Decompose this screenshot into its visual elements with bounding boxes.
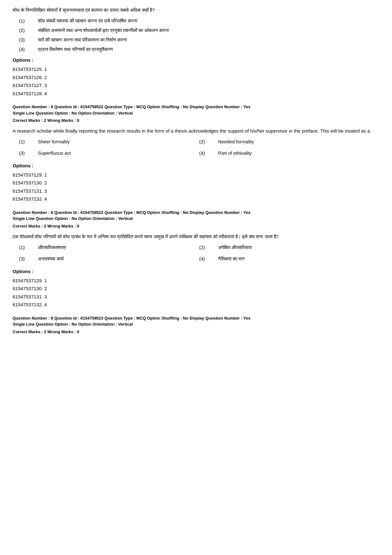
option-text: औपचारिकतामात्र (38, 244, 66, 251)
marks-info: Correct Marks : 2 Wrong Marks : 0 (13, 223, 379, 230)
q8-english-section: Question Number : 8 Question Id : 615475… (13, 104, 379, 203)
q8-hindi-options: (1) औपचारिकतामात्र (2) अपेक्षित औपचारिकत… (19, 244, 379, 265)
option-num: (2) (199, 244, 218, 251)
list-item: (3) अनावश्यक कार्य (19, 255, 199, 263)
q9-marks-info: Correct Marks : 2 Wrong Marks : 0 (13, 329, 379, 335)
option-text: अनावश्यक कार्य (38, 255, 64, 263)
option-id-list: 61547537125. 1 61547537126. 2 6154753712… (13, 65, 379, 97)
q9-meta-line1: Question Number : 9 Question Id : 615475… (13, 315, 379, 327)
q8-hindi-section: Question Number : 8 Question Id : 615475… (13, 209, 379, 309)
options-label: Options : (13, 56, 379, 64)
list-item: 61547537131. 3 (13, 187, 379, 195)
list-item: 61547537128. 4 (13, 90, 379, 98)
option-text: Part of ethicality (218, 149, 252, 157)
option-num: (4) (19, 46, 38, 53)
option-num: (1) (19, 244, 38, 251)
question-meta-line1: Question Number : 8 Question Id : 615475… (13, 209, 379, 222)
option-num: (4) (199, 149, 218, 157)
option-text: Sheer formality (38, 138, 70, 146)
option-text: Superfluous act (38, 149, 71, 157)
option-num: (4) (199, 255, 218, 263)
list-item: 61547537125. 1 (13, 65, 379, 73)
option-text: नैतिकता का भाग (218, 255, 245, 263)
options-label: Options : (13, 268, 379, 275)
question-meta-line1: Question Number : 8 Question Id : 615475… (13, 104, 379, 116)
option-text: Needed formality (218, 138, 254, 146)
list-item: 61547537132. 4 (13, 195, 379, 203)
q9-meta-section: Question Number : 9 Question Id : 615475… (13, 315, 379, 335)
prev-question-text: शोध के निम्नलिखित सोपानों में सृजनात्मकत… (13, 6, 379, 14)
list-item: 61547537132. 4 (13, 301, 379, 309)
q8-english-options: (1) Sheer formality (2) Needed formality… (19, 138, 379, 159)
option-num: (1) (19, 138, 38, 146)
option-num: (1) (19, 17, 38, 25)
list-item: 61547537131. 3 (13, 293, 379, 301)
options-grid: (1) Sheer formality (2) Needed formality… (19, 138, 379, 159)
list-item: 61547537127. 3 (13, 81, 379, 90)
q8-hindi-text: एक शोधकर्ता शोध परिणामों को शोध प्रबंध क… (13, 233, 379, 240)
option-id-list: 61547537129. 1 61547537130. 2 6154753713… (13, 171, 379, 203)
option-id-list: 61547537129. 1 61547537130. 2 6154753713… (13, 277, 379, 309)
q8-english-text: A research scholar while finally reporti… (13, 127, 379, 135)
option-num: (3) (19, 255, 38, 263)
list-item: (3) चरों की पहचान करना तथा परिकल्पना का … (19, 36, 379, 44)
options-label: Options : (13, 162, 379, 170)
option-text: शोध संबंधी समस्या की पहचान करना एंव उसे … (38, 17, 137, 25)
list-item: 61547537129. 1 (13, 277, 379, 285)
list-item: 61547537129. 1 (13, 171, 379, 179)
options-grid: (1) औपचारिकतामात्र (2) अपेक्षित औपचारिकत… (19, 244, 379, 265)
option-num: (2) (19, 27, 38, 34)
option-text: प्रदत्त विश्लेषण तथा परिणामों का प्रस्तु… (38, 46, 113, 53)
option-num: (3) (19, 149, 38, 157)
list-item: 61547537130. 2 (13, 284, 379, 293)
list-item: (1) Sheer formality (19, 138, 199, 146)
option-text: संबंधित अध्ययनों तथा अन्य शोधकर्ताओं द्व… (38, 27, 169, 34)
list-item: (4) Part of ethicality (199, 149, 379, 157)
list-item: 61547537130. 2 (13, 179, 379, 187)
option-text: अपेक्षित औपचारिकता (218, 244, 252, 251)
option-num: (2) (199, 138, 218, 146)
list-item: (2) Needed formality (199, 138, 379, 146)
list-item: (2) अपेक्षित औपचारिकता (199, 244, 379, 251)
list-item: (4) प्रदत्त विश्लेषण तथा परिणामों का प्र… (19, 46, 379, 53)
prev-options-list: (1) शोध संबंधी समस्या की पहचान करना एंव … (19, 17, 379, 53)
list-item: (1) शोध संबंधी समस्या की पहचान करना एंव … (19, 17, 379, 25)
option-text: चरों की पहचान करना तथा परिकल्पना का निर्… (38, 36, 127, 44)
marks-info: Correct Marks : 2 Wrong Marks : 0 (13, 117, 379, 124)
list-item: (3) Superfluous act (19, 149, 199, 157)
list-item: 61547537126. 2 (13, 73, 379, 82)
list-item: (1) औपचारिकतामात्र (19, 244, 199, 251)
list-item: (4) नैतिकता का भाग (199, 255, 379, 263)
prev-section: शोध के निम्नलिखित सोपानों में सृजनात्मकत… (13, 6, 379, 97)
list-item: (2) संबंधित अध्ययनों तथा अन्य शोधकर्ताओं… (19, 27, 379, 34)
option-num: (3) (19, 36, 38, 44)
